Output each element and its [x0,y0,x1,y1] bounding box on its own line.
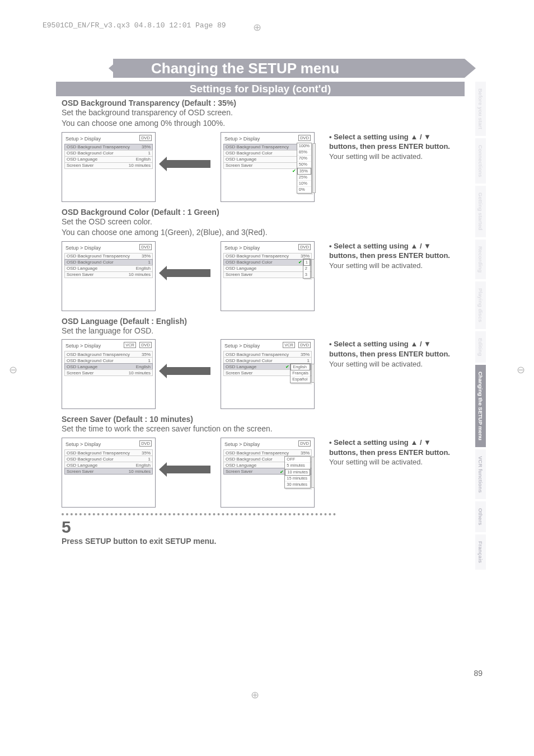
chevron-left-icon [109,59,120,78]
chevron-right-icon [465,59,476,78]
osd-breadcrumb: Setup > Display [224,245,260,251]
section-heading: OSD Language (Default : English) [62,317,459,326]
tab-others[interactable]: Others [475,501,486,532]
tab-changing-setup[interactable]: Changing the SETUP menu [475,365,486,447]
section-screensaver: Screen Saver (Default : 10 minutes) Set … [62,415,459,508]
option-item[interactable]: 100% [297,143,311,149]
section-transparency: OSD Background Transparency (Default : 3… [62,98,459,202]
section-text: Set the time to work the screen saver fu… [62,424,459,434]
option-item[interactable]: 15 minutes [285,476,310,482]
instruction-text: • Select a setting using ▲ / ▼ buttons, … [329,339,452,369]
osd-row: Screen Saver10 minutes [64,271,153,278]
tab-connections[interactable]: Connections [475,138,486,184]
osd-panel-left: Setup > Display DVD OSD Background Trans… [62,438,156,508]
osd-panel-left: Setup > Display DVD VCR OSD Background T… [62,339,156,409]
scrollbar[interactable] [311,457,315,488]
crop-mark-icon: ⊖ [9,364,17,376]
option-item-selected[interactable]: ✔10 minutes [285,469,310,476]
options-popup: ✔English Français Español [290,363,311,383]
instruction-text: • Select a setting using ▲ / ▼ buttons, … [329,438,452,467]
options-popup: ✔1 2 3 [303,259,311,279]
check-icon: ✔ [280,469,284,475]
dvd-badge: DVD [139,342,152,348]
scrollbar[interactable] [311,259,315,278]
tab-francais[interactable]: Français [475,534,486,570]
section-text: Set the language for OSD. [62,326,459,336]
tab-editing[interactable]: Editing [475,331,486,363]
check-icon: ✔ [292,168,296,174]
side-tab-strip: Before you start Connections Getting sta… [475,82,486,572]
scrollbar[interactable] [311,364,315,383]
tab-recording[interactable]: Recording [475,240,486,279]
option-item[interactable]: OFF [285,457,310,463]
osd-row: Screen Saver [223,271,312,278]
tab-vcr-functions[interactable]: VCR functions [475,449,486,499]
osd-breadcrumb: Setup > Display [65,343,101,349]
osd-panel-right: Setup > Display DVD OSD Background Trans… [221,132,315,202]
option-item-selected[interactable]: ✔1 [303,259,310,266]
step-text: Press SETUP button to exit SETUP menu. [62,537,459,546]
option-item[interactable]: 3 [303,272,310,278]
option-item-selected[interactable]: ✔35% [297,168,311,175]
main-content: OSD Background Transparency (Default : 3… [62,98,459,546]
tab-before-you-start[interactable]: Before you start [475,82,486,136]
osd-row: Screen Saver10 minutes [64,162,153,169]
section-heading: OSD Background Transparency (Default : 3… [62,98,459,107]
dvd-badge: DVD [298,135,311,141]
section-language: OSD Language (Default : English) Set the… [62,317,459,410]
option-item[interactable]: 85% [297,149,311,156]
dvd-badge: DVD [139,135,152,141]
option-item-selected[interactable]: ✔English [291,364,310,370]
vcr-badge: VCR [283,342,295,348]
section-text: Set the background transparency of OSD s… [62,107,459,118]
dvd-badge: DVD [298,244,311,250]
crop-mark-icon: ⊕ [253,21,261,34]
option-item[interactable]: 25% [297,175,311,181]
arrow-left-icon [166,367,210,375]
tab-playing-discs[interactable]: Playing discs [475,281,486,329]
page-title-banner: Changing the SETUP menu [56,59,465,78]
dvd-badge: DVD [139,440,152,447]
option-item[interactable]: 2 [303,266,310,272]
option-item[interactable]: Español [291,377,310,383]
osd-breadcrumb: Setup > Display [65,245,101,251]
dvd-badge: DVD [298,440,311,447]
page-title: Changing the SETUP menu [151,60,339,77]
section-text: You can choose one among 0% through 100%… [62,118,459,129]
option-item[interactable]: Français [291,370,310,377]
vcr-badge: VCR [124,342,136,348]
tab-getting-started[interactable]: Getting started [475,186,486,237]
osd-breadcrumb: Setup > Display [224,442,260,447]
option-item[interactable]: 10% [297,181,311,187]
check-icon: ✔ [298,260,302,265]
options-popup: OFF 5 minutes ✔10 minutes 15 minutes 30 … [284,456,311,489]
crop-mark-icon: ⊕ [251,689,259,701]
option-item[interactable]: 5 minutes [285,463,310,469]
step-number: 5 [62,519,459,536]
arrow-left-icon [166,269,210,277]
dvd-badge: DVD [139,244,152,250]
option-item[interactable]: 0% [297,187,311,193]
option-item[interactable]: 50% [297,162,311,168]
osd-breadcrumb: Setup > Display [65,136,101,142]
option-item[interactable]: 30 minutes [285,482,310,488]
crop-mark-icon: ⊖ [517,364,525,376]
osd-panel-left: Setup > Display DVD OSD Background Trans… [62,132,156,202]
osd-row: Screen Saver10 minutes [64,468,153,475]
print-header-meta: E9501CD_EN/FR_v3.qx3 04.8.10 12:01 Page … [43,21,226,30]
subtitle-banner: Settings for Display (cont'd) [56,82,465,96]
page-number: 89 [474,669,483,678]
arrow-left-icon [166,160,210,168]
check-icon: ✔ [285,364,289,370]
instruction-text: • Select a setting using ▲ / ▼ buttons, … [329,241,452,271]
scrollbar[interactable] [312,143,316,193]
options-popup: 100% 85% 70% 50% ✔35% 25% 10% 0% [297,143,312,194]
osd-row: Screen Saver10 minutes [64,369,153,376]
section-text: You can choose one among 1(Green), 2(Blu… [62,227,459,238]
option-item[interactable]: 70% [297,156,311,162]
osd-breadcrumb: Setup > Display [224,343,260,349]
section-bgcolor: OSD Background Color (Default : 1 Green)… [62,208,459,311]
section-text: Set the OSD screen color. [62,217,459,227]
dvd-badge: DVD [298,342,311,348]
instruction-text: • Select a setting using ▲ / ▼ buttons, … [329,132,452,162]
